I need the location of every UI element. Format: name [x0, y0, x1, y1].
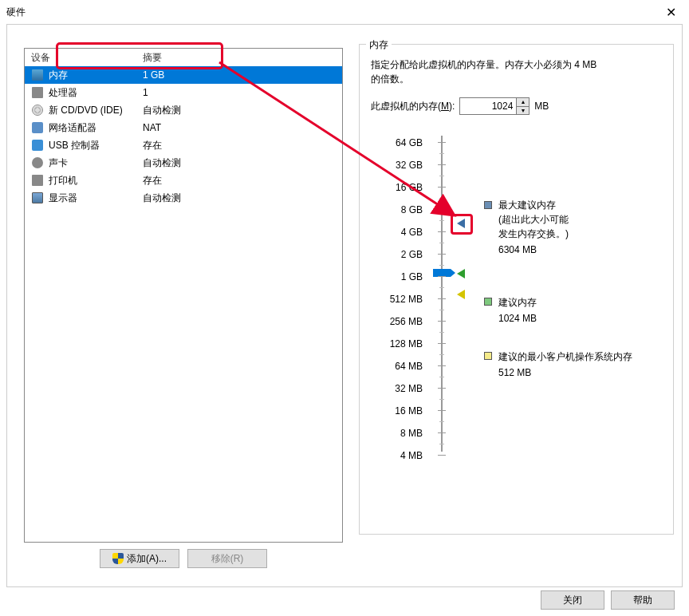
spinner-up-icon[interactable]: ▲	[517, 98, 529, 107]
memory-icon	[31, 69, 44, 81]
scale-subtick	[439, 198, 444, 199]
device-list: 设备 摘要 内存 1 GB 处理器 1 新 CD/DVD (IDE) 自动检测 …	[24, 48, 343, 543]
usb-icon	[31, 139, 44, 152]
scale-label: 512 MB	[375, 294, 423, 305]
scale-tick	[438, 276, 446, 277]
scale-label: 2 GB	[375, 249, 423, 260]
device-summary: 自动检测	[143, 156, 342, 170]
scale-label: 256 MB	[375, 316, 423, 327]
device-list-header: 设备 摘要	[25, 49, 342, 66]
scale-subtick	[439, 354, 444, 355]
scale-subtick	[439, 153, 444, 154]
max-recommended-title: 最大建议内存	[498, 198, 654, 212]
device-name: 声卡	[49, 156, 143, 170]
add-button[interactable]: 添加(A)...	[100, 549, 179, 568]
remove-button-label: 移除(R)	[211, 552, 244, 566]
device-summary: 存在	[143, 174, 342, 188]
add-button-label: 添加(A)...	[127, 552, 167, 566]
scale-tick	[438, 432, 446, 433]
memory-input-label: 此虚拟机的内存(M):	[371, 100, 455, 113]
memory-groupbox-title: 内存	[366, 38, 392, 52]
close-icon[interactable]: ✕	[659, 2, 683, 23]
spinner-down-icon[interactable]: ▼	[517, 107, 529, 115]
scale-label: 64 MB	[375, 361, 423, 372]
scale-tick	[438, 321, 446, 322]
recommended-marker-icon	[457, 269, 465, 278]
header-summary: 摘要	[143, 51, 342, 65]
scale-tick	[438, 410, 446, 411]
device-name: USB 控制器	[49, 139, 143, 152]
scale-subtick	[439, 377, 444, 377]
memory-panel: 内存 指定分配给此虚拟机的内存量。内存大小必须为 4 MB 的倍数。 此虚拟机的…	[359, 44, 674, 535]
device-buttons: 添加(A)... 移除(R)	[24, 549, 343, 573]
scale-label: 1 GB	[375, 271, 423, 282]
device-name: 显示器	[49, 192, 143, 205]
memory-input-row: 此虚拟机的内存(M): ▲ ▼ MB	[371, 97, 662, 115]
sound-icon	[31, 156, 44, 169]
device-summary: 自动检测	[143, 104, 342, 117]
device-row-cpu[interactable]: 处理器 1	[25, 84, 342, 101]
min-recommended-value: 512 MB	[498, 365, 654, 380]
min-recommended-title: 建议的最小客户机操作系统内存	[498, 349, 654, 364]
max-recommended-block: 最大建议内存 (超出此大小可能 发生内存交换。) 6304 MB	[498, 198, 654, 257]
scale-label: 4 MB	[375, 450, 423, 461]
scale-subtick	[439, 287, 444, 288]
recommended-block: 建议内存 1024 MB	[498, 295, 654, 326]
device-name: 新 CD/DVD (IDE)	[49, 104, 143, 117]
scale-label: 32 GB	[375, 160, 423, 171]
scale-label: 64 GB	[375, 137, 423, 148]
titlebar: 硬件 ✕	[0, 0, 689, 24]
scale-label: 8 GB	[375, 204, 423, 215]
memory-scale[interactable]: 最大建议内存 (超出此大小可能 发生内存交换。) 6304 MB 建议内存 10…	[371, 132, 666, 460]
spinner-arrows: ▲ ▼	[516, 98, 529, 114]
scale-tick	[438, 164, 446, 165]
memory-description-line1: 指定分配给此虚拟机的内存量。内存大小必须为 4 MB	[371, 57, 662, 72]
scale-tick	[438, 187, 446, 188]
help-button[interactable]: 帮助	[611, 590, 675, 610]
device-row-usb[interactable]: USB 控制器 存在	[25, 136, 342, 154]
square-blue-icon	[484, 201, 492, 209]
network-icon	[31, 121, 44, 134]
content-area: 设备 摘要 内存 1 GB 处理器 1 新 CD/DVD (IDE) 自动检测 …	[14, 32, 675, 579]
device-row-printer[interactable]: 打印机 存在	[25, 172, 342, 189]
device-row-sound[interactable]: 声卡 自动检测	[25, 154, 342, 172]
printer-icon	[31, 174, 44, 187]
scale-subtick	[439, 265, 444, 266]
header-device: 设备	[31, 51, 143, 65]
scale-subtick	[439, 399, 444, 400]
display-icon	[31, 192, 44, 204]
scale-subtick	[439, 176, 444, 176]
scale-tick	[438, 343, 446, 344]
close-button[interactable]: 关闭	[541, 590, 604, 610]
memory-description-line2: 的倍数。	[371, 72, 662, 86]
square-green-icon	[484, 298, 492, 306]
scale-label: 16 GB	[375, 182, 423, 193]
min-recommended-block: 建议的最小客户机操作系统内存 512 MB	[498, 349, 654, 380]
scale-subtick	[439, 310, 444, 310]
memory-spinner[interactable]: ▲ ▼	[459, 97, 530, 115]
scale-tick	[438, 254, 446, 255]
recommended-title: 建议内存	[498, 295, 654, 310]
scale-subtick	[439, 243, 444, 243]
scale-tick	[438, 209, 446, 210]
dialog-buttons: 关闭 帮助	[541, 590, 675, 610]
device-row-memory[interactable]: 内存 1 GB	[25, 66, 342, 84]
device-row-display[interactable]: 显示器 自动检测	[25, 189, 342, 207]
remove-button[interactable]: 移除(R)	[187, 549, 267, 568]
scale-subtick	[439, 421, 444, 422]
memory-input[interactable]	[460, 98, 516, 114]
recommended-value: 1024 MB	[498, 311, 654, 326]
device-summary: NAT	[143, 122, 342, 133]
device-name: 打印机	[49, 174, 143, 188]
window-title: 硬件	[6, 6, 26, 19]
scale-label: 16 MB	[375, 405, 423, 417]
device-row-network[interactable]: 网络适配器 NAT	[25, 119, 342, 136]
max-recommended-marker-icon	[457, 219, 465, 228]
memory-groupbox: 内存 指定分配给此虚拟机的内存量。内存大小必须为 4 MB 的倍数。 此虚拟机的…	[359, 44, 674, 535]
memory-unit: MB	[534, 101, 549, 112]
max-recommended-note1: (超出此大小可能	[498, 212, 654, 227]
cpu-icon	[31, 86, 44, 99]
device-row-cddvd[interactable]: 新 CD/DVD (IDE) 自动检测	[25, 101, 342, 119]
scale-tick	[438, 231, 446, 232]
shield-icon	[112, 553, 124, 564]
